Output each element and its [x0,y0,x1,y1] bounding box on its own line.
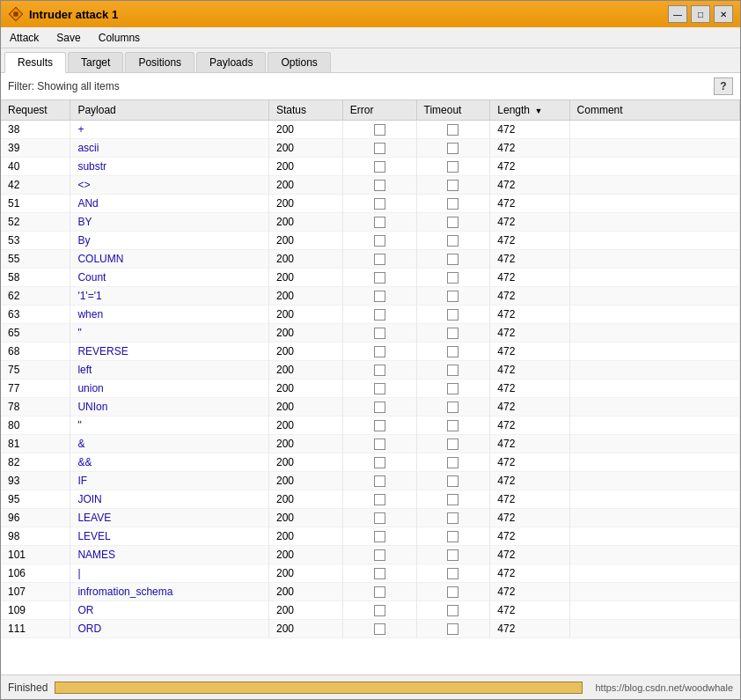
header-length[interactable]: Length ▼ [490,100,569,121]
cell-status: 200 [268,250,342,269]
table-row[interactable]: 62'1'='1200472 [1,287,740,306]
table-row[interactable]: 39ascii200472 [1,139,740,158]
cell-payload: | [70,564,269,583]
cell-error [342,361,416,379]
timeout-checkbox [447,549,459,561]
table-row[interactable]: 98LEVEL200472 [1,527,740,546]
cell-error [342,213,416,232]
table-scroll[interactable]: Request Payload Status Error Timeout Len… [1,100,740,674]
error-checkbox [374,568,385,579]
tab-options[interactable]: Options [268,52,330,72]
header-comment[interactable]: Comment [569,100,739,121]
table-row[interactable]: 77union200472 [1,379,740,398]
menu-save[interactable]: Save [51,30,85,46]
table-row[interactable]: 42<>200472 [1,176,740,195]
help-button[interactable]: ? [714,77,733,95]
cell-status: 200 [268,601,342,620]
cell-length: 472 [490,564,569,583]
cell-timeout [416,546,490,564]
table-row[interactable]: 95JOIN200472 [1,490,740,509]
table-row[interactable]: 82&&200472 [1,453,740,472]
table-row[interactable]: 65"200472 [1,324,740,343]
cell-error [342,250,416,269]
header-status[interactable]: Status [268,100,342,121]
table-row[interactable]: 51ANd200472 [1,195,740,213]
cell-length: 472 [490,287,569,306]
cell-timeout [416,527,490,546]
cell-timeout [416,601,490,620]
cell-error [342,490,416,509]
timeout-checkbox [447,235,459,247]
cell-error [342,601,416,620]
error-checkbox [374,383,385,394]
table-row[interactable]: 75left200472 [1,361,740,379]
table-row[interactable]: 53By200472 [1,232,740,250]
table-row[interactable]: 80"200472 [1,416,740,435]
tabs-bar: Results Target Positions Payloads Option… [1,48,740,73]
cell-payload: UNIon [70,398,269,416]
error-checkbox [374,272,385,284]
table-row[interactable]: 68REVERSE200472 [1,343,740,361]
minimize-button[interactable]: — [668,5,687,23]
table-row[interactable]: 106|200472 [1,564,740,583]
cell-request: 51 [1,195,70,213]
close-button[interactable]: ✕ [714,5,733,23]
table-row[interactable]: 93IF200472 [1,472,740,490]
menu-attack[interactable]: Attack [4,30,44,46]
header-error[interactable]: Error [342,100,416,121]
tab-payloads[interactable]: Payloads [196,52,266,72]
cell-payload: && [70,453,269,472]
timeout-checkbox [447,457,459,468]
tab-results[interactable]: Results [4,52,66,73]
cell-length: 472 [490,583,569,601]
error-checkbox [374,457,385,468]
timeout-checkbox [447,328,459,339]
timeout-checkbox [447,309,459,321]
cell-comment [569,601,739,620]
cell-error [342,435,416,453]
maximize-button[interactable]: □ [691,5,710,23]
table-row[interactable]: 107infromation_schema200472 [1,583,740,601]
table-row[interactable]: 52BY200472 [1,213,740,232]
table-row[interactable]: 101NAMES200472 [1,546,740,564]
menu-columns[interactable]: Columns [93,30,145,46]
cell-comment [569,416,739,435]
cell-status: 200 [268,139,342,158]
cell-comment [569,453,739,472]
status-bar: Finished https://blog.csdn.net/woodwhale [1,674,740,699]
table-row[interactable]: 96LEAVE200472 [1,509,740,527]
cell-status: 200 [268,195,342,213]
table-row[interactable]: 111ORD200472 [1,620,740,638]
cell-error [342,472,416,490]
table-row[interactable]: 78UNIon200472 [1,398,740,416]
header-payload[interactable]: Payload [70,100,269,121]
timeout-checkbox [447,568,459,579]
table-row[interactable]: 55COLUMN200472 [1,250,740,269]
timeout-checkbox [447,180,459,191]
window-controls: — □ ✕ [668,5,733,23]
cell-comment [569,306,739,324]
cell-request: 101 [1,546,70,564]
cell-length: 472 [490,213,569,232]
tab-target[interactable]: Target [68,52,123,72]
table-row[interactable]: 58Count200472 [1,269,740,287]
cell-comment [569,361,739,379]
table-row[interactable]: 109OR200472 [1,601,740,620]
header-request[interactable]: Request [1,100,70,121]
table-row[interactable]: 63when200472 [1,306,740,324]
error-checkbox [374,420,385,431]
tab-positions[interactable]: Positions [125,52,194,72]
cell-status: 200 [268,546,342,564]
cell-timeout [416,583,490,601]
error-checkbox [374,198,385,210]
table-row[interactable]: 40substr200472 [1,158,740,176]
header-timeout[interactable]: Timeout [416,100,490,121]
app-icon [8,6,24,22]
cell-length: 472 [490,176,569,195]
cell-request: 80 [1,416,70,435]
cell-length: 472 [490,250,569,269]
table-row[interactable]: 38+200472 [1,121,740,139]
table-row[interactable]: 81&200472 [1,435,740,453]
cell-comment [569,343,739,361]
cell-payload: '1'='1 [70,287,269,306]
